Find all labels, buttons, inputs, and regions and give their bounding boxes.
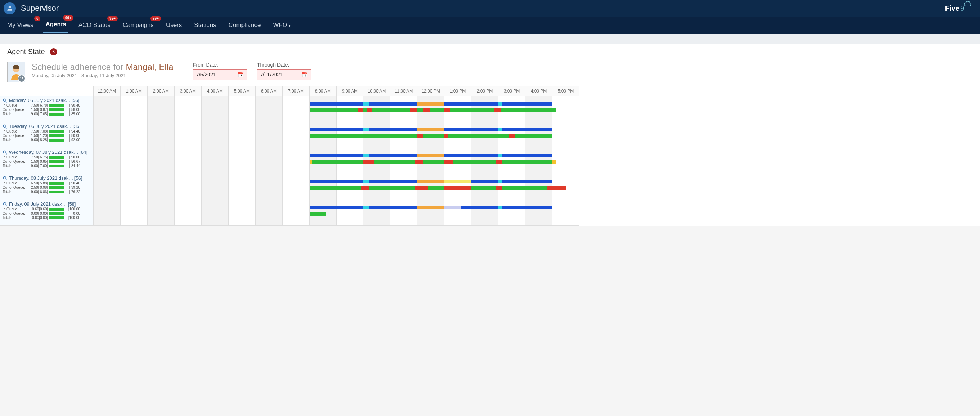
magnifier-icon: [3, 150, 8, 155]
adherence-title: Schedule adherence for Mangal, Ella: [32, 62, 183, 72]
nav-users[interactable]: Users: [164, 18, 184, 33]
magnifier-icon: [3, 176, 8, 181]
timeline-grid-wrap[interactable]: 12:00 AM1:00 AM2:00 AM3:00 AM4:00 AM5:00…: [0, 86, 980, 226]
segment: [503, 154, 552, 158]
hour-header: 6:00 AM: [256, 86, 283, 96]
segment: [310, 212, 326, 216]
sub-strip: [0, 34, 980, 44]
day-label-cell[interactable]: Tuesday, 06 July 2021 dsak… [36]In Queue…: [0, 122, 94, 148]
person-icon: [6, 5, 13, 12]
nav-agents[interactable]: Agents99+: [43, 17, 68, 33]
main-nav: My Views6Agents99+ACD Status99+Campaigns…: [0, 17, 980, 34]
calendar-icon: 📅: [302, 72, 308, 77]
day-label-cell[interactable]: Thursday, 08 July 2021 dsak… [56]In Queu…: [0, 174, 94, 200]
nav-badge: 6: [34, 16, 41, 21]
from-date-input[interactable]: 7/5/2021 📅: [193, 69, 247, 80]
hour-header: 3:00 PM: [498, 86, 525, 96]
day-timeline-row: [94, 122, 579, 148]
nav-campaigns[interactable]: Campaigns99+: [121, 18, 156, 33]
svg-line-8: [6, 179, 7, 180]
nav-acd-status[interactable]: ACD Status99+: [76, 18, 113, 33]
hour-header: 2:00 PM: [471, 86, 498, 96]
scheduled-track: [94, 128, 579, 131]
segment: [461, 206, 498, 209]
nav-wfo[interactable]: WFO▾: [270, 18, 293, 33]
adherence-header: ? Schedule adherence for Mangal, Ella Mo…: [0, 58, 980, 86]
adherence-subtitle: Monday, 05 July 2021 - Sunday, 11 July 2…: [32, 73, 183, 78]
segment: [310, 134, 417, 138]
brand-logo: Five9: [945, 4, 973, 13]
svg-point-3: [3, 124, 6, 127]
through-date-input[interactable]: 7/11/2021 📅: [257, 69, 311, 80]
stat-row: Out of Queue:1.50| 0.87|| 58.00: [3, 108, 91, 112]
segment: [363, 160, 374, 164]
nav-stations[interactable]: Stations: [192, 18, 218, 33]
segment: [358, 108, 363, 112]
segment: [552, 160, 557, 164]
segment: [310, 186, 361, 190]
segment: [415, 186, 429, 190]
day-title: Tuesday, 06 July 2021 dsak… [36]: [3, 124, 91, 129]
svg-line-6: [6, 153, 7, 154]
day-label-cell[interactable]: Monday, 05 July 2021 dsak… [56]In Queue:…: [0, 96, 94, 122]
actual-track: [94, 186, 579, 190]
day-timeline-row: [94, 148, 579, 174]
segment: [310, 206, 363, 209]
day-label-cell[interactable]: Friday, 09 July 2021 dsak… [58]In Queue:…: [0, 200, 94, 226]
segment: [503, 160, 552, 164]
segment: [369, 128, 417, 131]
section-count-badge: 6: [50, 48, 57, 56]
adherence-prefix: Schedule adherence for: [32, 62, 123, 72]
stat-row: In Queue:7.50| 6.75|| 90.00: [3, 155, 91, 159]
day-label-cell[interactable]: Wednesday, 07 July 2021 dsak… [64]In Que…: [0, 148, 94, 174]
segment: [498, 154, 503, 158]
section-header: Agent State 6: [0, 44, 980, 58]
from-date-group: From Date: 7/5/2021 📅: [193, 62, 247, 80]
caret-down-icon: ▾: [289, 24, 291, 28]
hour-header: 3:00 AM: [175, 86, 202, 96]
segment: [363, 206, 369, 209]
actual-track: [94, 108, 579, 112]
day-title: Thursday, 08 July 2021 dsak… [56]: [3, 175, 91, 181]
timeline-grid: 12:00 AM1:00 AM2:00 AM3:00 AM4:00 AM5:00…: [0, 86, 980, 226]
segment: [310, 108, 358, 112]
segment: [444, 128, 498, 131]
nav-my-views[interactable]: My Views6: [5, 18, 35, 33]
segment: [369, 180, 417, 183]
nav-compliance[interactable]: Compliance: [226, 18, 263, 33]
stat-row: Total:0.60|0.60||100.00: [3, 216, 91, 220]
segment: [444, 206, 461, 209]
stat-row: Total:9.00| 7.60|| 84.44: [3, 164, 91, 168]
segment: [312, 160, 363, 164]
segment: [417, 180, 444, 183]
day-timeline-row: [94, 200, 579, 226]
segment: [547, 186, 566, 190]
user-avatar[interactable]: [3, 2, 16, 14]
stat-row: In Queue:7.50| 7.08|| 94.40: [3, 129, 91, 133]
segment: [444, 134, 449, 138]
segment: [471, 186, 496, 190]
segment: [423, 134, 444, 138]
help-icon[interactable]: ?: [18, 75, 25, 82]
segment: [498, 102, 503, 105]
segment: [310, 154, 363, 158]
through-date-label: Through Date:: [257, 62, 311, 68]
agent-name: Mangal, Ella: [126, 62, 173, 72]
segment: [496, 186, 503, 190]
hour-header: 9:00 AM: [337, 86, 363, 96]
segment: [369, 206, 417, 209]
stat-row: Out of Queue:1.50| 1.20|| 80.00: [3, 134, 91, 137]
stat-row: Out of Queue:0.00| 0.00|| 0.00: [3, 211, 91, 215]
hour-header: 5:00 PM: [552, 86, 579, 96]
segment: [503, 102, 552, 105]
segment: [417, 154, 444, 158]
scheduled-track: [94, 206, 579, 209]
segment: [417, 206, 444, 209]
stat-row: Total:9.00| 6.86|| 76.22: [3, 190, 91, 194]
hour-header: 8:00 AM: [310, 86, 337, 96]
svg-line-10: [6, 205, 7, 206]
through-date-group: Through Date: 7/11/2021 📅: [257, 62, 311, 80]
hour-header: 10:00 AM: [363, 86, 390, 96]
segment: [310, 102, 363, 105]
segment: [369, 154, 417, 158]
